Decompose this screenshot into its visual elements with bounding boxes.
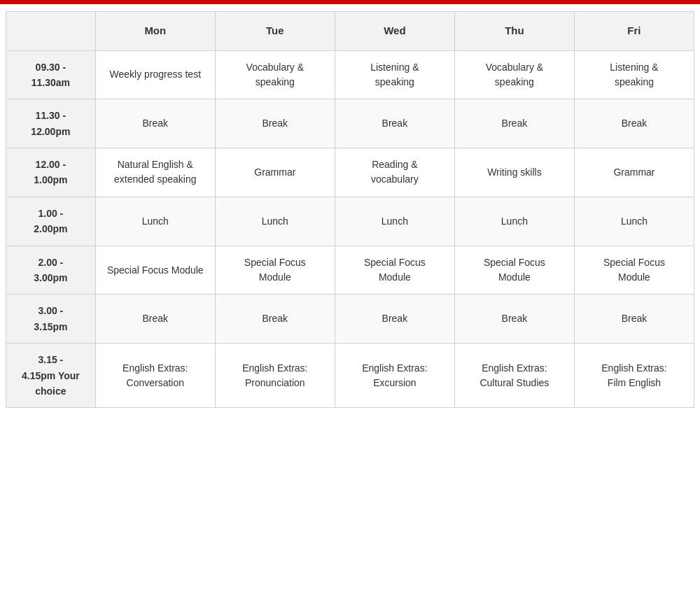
cell-row6-col2: English Extras: Excursion — [335, 344, 454, 408]
time-cell-2: 12.00 - 1.00pm — [6, 148, 96, 197]
cell-row1-col0: Break — [95, 99, 215, 148]
cell-row1-col4: Break — [574, 99, 694, 148]
cell-row6-col1: English Extras: Pronunciation — [215, 344, 335, 408]
cell-row4-col0: Special Focus Module — [95, 246, 215, 295]
cell-row1-col1: Break — [215, 99, 335, 148]
header-wed: Wed — [335, 12, 454, 51]
schedule-table: Mon Tue Wed Thu Fri 09.30 - 11.30amWeekl… — [6, 11, 694, 408]
cell-row4-col4: Special Focus Module — [574, 246, 694, 295]
cell-row3-col1: Lunch — [215, 197, 335, 246]
cell-row1-col3: Break — [454, 99, 574, 148]
cell-row2-col0: Natural English & extended speaking — [95, 148, 215, 197]
time-cell-3: 1.00 - 2.00pm — [6, 197, 96, 246]
cell-row3-col0: Lunch — [95, 197, 215, 246]
header-fri: Fri — [574, 12, 694, 51]
time-cell-0: 09.30 - 11.30am — [6, 50, 96, 99]
cell-row0-col1: Vocabulary & speaking — [215, 50, 335, 99]
cell-row5-col3: Break — [454, 295, 574, 344]
cell-row0-col2: Listening & speaking — [335, 50, 454, 99]
cell-row0-col4: Listening & speaking — [574, 50, 694, 99]
cell-row3-col4: Lunch — [574, 197, 694, 246]
cell-row4-col1: Special Focus Module — [215, 246, 335, 295]
cell-row5-col2: Break — [335, 295, 454, 344]
cell-row6-col0: English Extras: Conversation — [95, 344, 215, 408]
cell-row4-col2: Special Focus Module — [335, 246, 454, 295]
cell-row3-col3: Lunch — [454, 197, 574, 246]
time-cell-4: 2.00 - 3.00pm — [6, 246, 96, 295]
cell-row1-col2: Break — [335, 99, 454, 148]
cell-row2-col1: Grammar — [215, 148, 335, 197]
cell-row4-col3: Special Focus Module — [454, 246, 574, 295]
cell-row5-col4: Break — [574, 295, 694, 344]
schedule-wrapper: Mon Tue Wed Thu Fri 09.30 - 11.30amWeekl… — [0, 4, 700, 422]
cell-row2-col4: Grammar — [574, 148, 694, 197]
cell-row6-col4: English Extras: Film English — [574, 344, 694, 408]
cell-row0-col0: Weekly progress test — [95, 50, 215, 99]
cell-row5-col0: Break — [95, 295, 215, 344]
header-tue: Tue — [215, 12, 335, 51]
cell-row5-col1: Break — [215, 295, 335, 344]
header-mon: Mon — [95, 12, 215, 51]
cell-row0-col3: Vocabulary & speaking — [454, 50, 574, 99]
time-cell-1: 11.30 - 12.00pm — [6, 99, 96, 148]
cell-row2-col2: Reading & vocabulary — [335, 148, 454, 197]
cell-row2-col3: Writing skills — [454, 148, 574, 197]
cell-row3-col2: Lunch — [335, 197, 454, 246]
header-time — [6, 12, 96, 51]
header-thu: Thu — [454, 12, 574, 51]
time-cell-5: 3.00 - 3.15pm — [6, 295, 96, 344]
cell-row6-col3: English Extras: Cultural Studies — [454, 344, 574, 408]
time-cell-6: 3.15 - 4.15pm Your choice — [6, 344, 96, 408]
